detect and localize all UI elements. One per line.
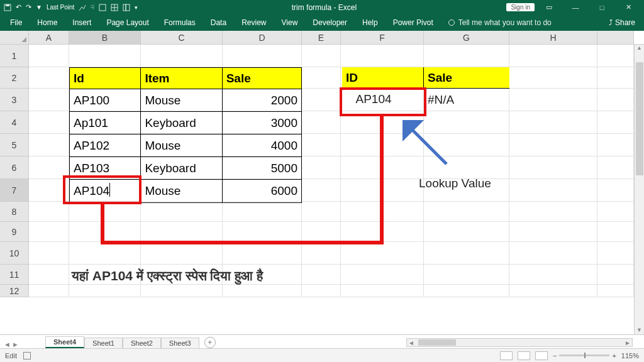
qat-label: Last Point xyxy=(47,4,74,11)
highlight-box-f3 xyxy=(340,87,426,116)
scrollbar-thumb[interactable] xyxy=(636,62,643,175)
row-header-5[interactable]: 5 xyxy=(0,134,29,156)
tab-formulas[interactable]: Formulas xyxy=(157,15,203,30)
redo-icon[interactable]: ↷ xyxy=(26,3,31,11)
save-icon[interactable] xyxy=(4,4,11,11)
col-header-extra[interactable] xyxy=(597,31,634,44)
select-all-corner[interactable] xyxy=(0,31,29,44)
sheet-tab-sheet3[interactable]: Sheet3 xyxy=(161,337,199,348)
cell-c7[interactable]: Mouse xyxy=(141,180,222,202)
cell-d4[interactable]: 3000 xyxy=(223,112,301,134)
row-header-11[interactable]: 11 xyxy=(0,265,29,285)
pivot-icon[interactable] xyxy=(123,4,130,11)
undo-icon[interactable]: ↶ xyxy=(16,3,21,11)
cell-d6[interactable]: 5000 xyxy=(223,157,301,180)
row-header-12[interactable]: 12 xyxy=(0,285,29,297)
ribbon-display-options-icon[interactable]: ▭ xyxy=(537,3,561,11)
row-header-4[interactable]: 4 xyxy=(0,111,29,134)
row-header-10[interactable]: 10 xyxy=(0,242,29,265)
scroll-up-icon[interactable]: ▲ xyxy=(635,45,644,51)
qat-more-icon[interactable]: ▾ xyxy=(135,4,138,11)
border-icon[interactable] xyxy=(99,4,106,11)
svg-rect-6 xyxy=(123,4,126,11)
table1-header-id[interactable]: Id xyxy=(70,68,141,89)
col-header-d[interactable]: D xyxy=(223,31,302,44)
signin-button[interactable]: Sign in xyxy=(506,3,535,11)
sheet-nav-prev-icon[interactable]: ◄ xyxy=(4,341,11,348)
cell-c5[interactable]: Mouse xyxy=(141,134,222,157)
sheet-tab-sheet1[interactable]: Sheet1 xyxy=(84,337,123,348)
row-header-2[interactable]: 2 xyxy=(0,67,29,89)
table2-header-id[interactable]: ID xyxy=(342,67,424,89)
col-header-f[interactable]: F xyxy=(341,31,424,44)
zoom-level[interactable]: 115% xyxy=(621,352,639,359)
horizontal-scrollbar[interactable]: ◄ ► xyxy=(406,338,633,347)
scroll-down-icon[interactable]: ▼ xyxy=(635,327,644,333)
row-header-7[interactable]: 7 xyxy=(0,179,29,202)
sheet-nav[interactable]: ◄ ► xyxy=(0,341,45,348)
table1-header-item[interactable]: Item xyxy=(141,68,222,89)
page-layout-view-button[interactable] xyxy=(518,351,530,360)
hscroll-thumb[interactable] xyxy=(418,339,456,346)
cell-b5[interactable]: AP102 xyxy=(70,134,141,157)
tab-insert[interactable]: Insert xyxy=(65,15,99,30)
table1-header-sale[interactable]: Sale xyxy=(223,68,301,89)
chart-icon[interactable] xyxy=(79,4,86,11)
cell-d3[interactable]: 2000 xyxy=(223,89,301,112)
tab-view[interactable]: View xyxy=(274,15,306,30)
row-header-3[interactable]: 3 xyxy=(0,89,29,111)
sheet-nav-next-icon[interactable]: ► xyxy=(12,341,19,348)
zoom-in-icon[interactable]: + xyxy=(612,352,616,359)
cell-d5[interactable]: 4000 xyxy=(223,134,301,157)
minimize-button[interactable]: — xyxy=(564,4,587,11)
cell-g3[interactable]: #N/A xyxy=(424,89,509,111)
close-button[interactable]: ✕ xyxy=(616,3,640,11)
col-header-g[interactable]: G xyxy=(424,31,509,44)
connector-1 xyxy=(101,204,104,244)
row-header-1[interactable]: 1 xyxy=(0,45,29,67)
scroll-left-icon[interactable]: ◄ xyxy=(407,339,416,346)
row-header-6[interactable]: 6 xyxy=(0,156,29,179)
sheet-tab-sheet4[interactable]: Sheet4 xyxy=(45,336,84,348)
table-icon[interactable] xyxy=(111,4,118,11)
cell-b4[interactable]: Ap101 xyxy=(70,112,141,134)
share-button[interactable]: ⤴Share xyxy=(609,18,635,27)
col-header-a[interactable]: A xyxy=(29,31,69,44)
vertical-scrollbar[interactable]: ▲ ▼ xyxy=(634,45,644,334)
tell-me-search[interactable]: Tell me what you want to do xyxy=(448,18,552,27)
zoom-slider[interactable]: − + xyxy=(553,352,616,359)
touch-mode-icon[interactable]: ☟ xyxy=(91,4,94,11)
filter-icon[interactable]: ▼ xyxy=(36,4,42,11)
cell-d7[interactable]: 6000 xyxy=(223,180,301,202)
tab-data[interactable]: Data xyxy=(203,15,234,30)
maximize-button[interactable]: □ xyxy=(590,4,614,11)
tab-developer[interactable]: Developer xyxy=(305,15,355,30)
tab-file[interactable]: File xyxy=(3,15,30,30)
tab-page-layout[interactable]: Page Layout xyxy=(99,15,156,30)
table2-header-sale[interactable]: Sale xyxy=(424,67,509,89)
tab-help[interactable]: Help xyxy=(355,15,386,30)
row-header-8[interactable]: 8 xyxy=(0,202,29,222)
row-header-9[interactable]: 9 xyxy=(0,222,29,242)
svg-rect-1 xyxy=(6,4,9,6)
normal-view-button[interactable] xyxy=(500,351,513,360)
macro-record-icon[interactable] xyxy=(23,352,31,359)
worksheet-grid[interactable]: 1 2 3#N/A 4 5 6 7 8 9 10 11 12 Id Item S… xyxy=(0,45,644,334)
cell-c4[interactable]: Keyboard xyxy=(141,112,222,134)
col-header-c[interactable]: C xyxy=(141,31,223,44)
zoom-out-icon[interactable]: − xyxy=(553,352,557,359)
sheet-tab-sheet2[interactable]: Sheet2 xyxy=(123,337,161,348)
title-bar: ↶ ↷ ▼ Last Point ☟ ▾ trim formula - Exce… xyxy=(0,0,644,14)
col-header-h[interactable]: H xyxy=(509,31,597,44)
page-break-view-button[interactable] xyxy=(535,351,548,360)
scroll-right-icon[interactable]: ► xyxy=(623,339,632,346)
cell-c6[interactable]: Keyboard xyxy=(141,157,222,180)
col-header-e[interactable]: E xyxy=(302,31,341,44)
tab-home[interactable]: Home xyxy=(30,15,65,30)
cell-c3[interactable]: Mouse xyxy=(141,89,222,112)
tab-power-pivot[interactable]: Power Pivot xyxy=(386,15,441,30)
cell-b3[interactable]: AP100 xyxy=(70,89,141,112)
tab-review[interactable]: Review xyxy=(234,15,274,30)
add-sheet-button[interactable]: + xyxy=(204,337,216,348)
col-header-b[interactable]: B xyxy=(69,31,141,44)
